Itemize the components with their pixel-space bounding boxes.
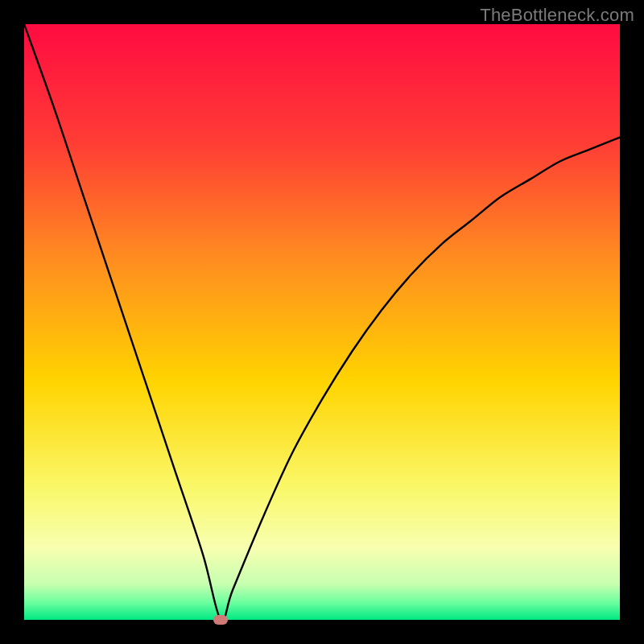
plot-area	[24, 24, 620, 620]
bottleneck-curve	[24, 24, 620, 620]
watermark-text: TheBottleneck.com	[480, 5, 634, 26]
optimal-marker	[213, 615, 228, 625]
chart-container: TheBottleneck.com	[0, 0, 644, 644]
curve-overlay	[24, 24, 620, 620]
